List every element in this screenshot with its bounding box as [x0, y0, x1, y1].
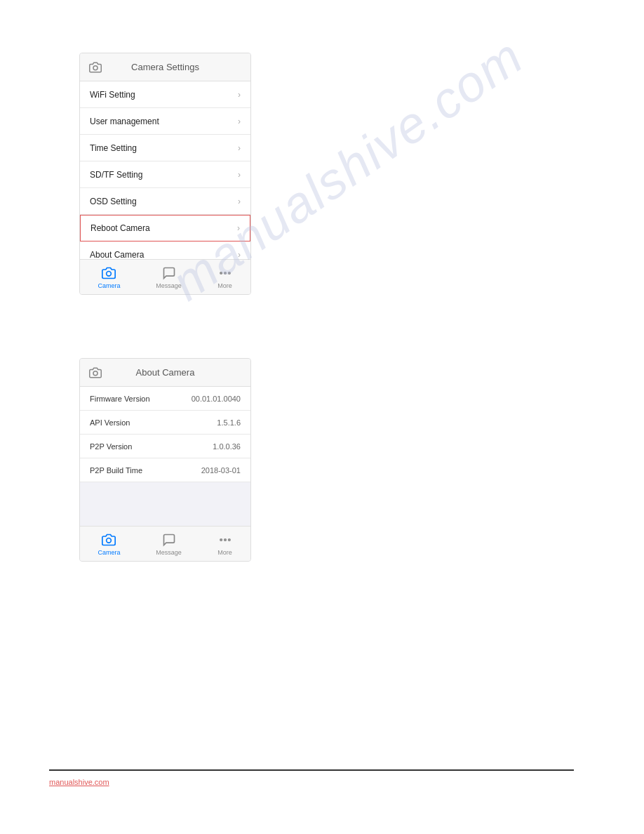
nav-message-label-bottom: Message	[156, 549, 182, 556]
nav-camera-label-bottom: Camera	[98, 549, 120, 556]
firmware-version-row: Firmware Version 00.01.01.0040	[80, 387, 250, 411]
about-rows: Firmware Version 00.01.01.0040 API Versi…	[80, 387, 250, 482]
time-setting-item[interactable]: Time Setting ›	[80, 135, 250, 161]
api-version-row: API Version 1.5.1.6	[80, 411, 250, 435]
nav-camera-bottom[interactable]: Camera	[98, 532, 120, 556]
nav-more-label-top: More	[217, 282, 232, 289]
camera-nav-icon-bottom	[101, 532, 116, 548]
camera-settings-screen: Camera Settings WiFi Setting › User mana…	[79, 53, 251, 295]
user-management-item[interactable]: User management ›	[80, 108, 250, 135]
header-camera-icon-bottom	[88, 366, 102, 380]
nav-camera-top[interactable]: Camera	[98, 265, 120, 289]
more-nav-icon	[217, 265, 233, 281]
p2p-build-time-row: P2P Build Time 2018-03-01	[80, 458, 250, 482]
screen-header-bottom: About Camera	[80, 359, 250, 387]
nav-camera-label-top: Camera	[98, 282, 120, 289]
message-nav-icon	[161, 265, 177, 281]
svg-point-8	[224, 538, 226, 541]
nav-more-label-bottom: More	[217, 549, 232, 556]
svg-point-3	[224, 272, 226, 274]
chevron-icon: ›	[238, 143, 241, 153]
header-title-bottom: About Camera	[136, 367, 195, 378]
nav-message-bottom[interactable]: Message	[156, 532, 182, 556]
svg-point-5	[93, 371, 98, 375]
sd-tf-setting-item[interactable]: SD/TF Setting ›	[80, 161, 250, 188]
nav-message-top[interactable]: Message	[156, 265, 182, 289]
svg-point-9	[228, 538, 230, 541]
chevron-icon: ›	[238, 117, 241, 126]
bottom-divider	[49, 769, 574, 771]
screen-header-top: Camera Settings	[80, 53, 250, 81]
header-title-top: Camera Settings	[131, 62, 199, 72]
nav-message-label-top: Message	[156, 282, 182, 289]
svg-point-0	[93, 65, 98, 70]
about-camera-screen: About Camera Firmware Version 00.01.01.0…	[79, 358, 251, 562]
reboot-camera-item[interactable]: Reboot Camera ›	[80, 215, 250, 241]
p2p-version-row: P2P Version 1.0.0.36	[80, 435, 250, 458]
chevron-icon: ›	[238, 197, 241, 206]
more-nav-icon-bottom	[217, 532, 233, 548]
osd-setting-item[interactable]: OSD Setting ›	[80, 188, 250, 215]
bottom-nav-top: Camera Message More	[80, 259, 250, 294]
svg-point-7	[220, 538, 222, 541]
svg-point-1	[107, 271, 112, 276]
nav-more-bottom[interactable]: More	[217, 532, 233, 556]
camera-settings-menu: WiFi Setting › User management › Time Se…	[80, 81, 250, 268]
chevron-icon: ›	[238, 90, 241, 100]
header-camera-icon	[88, 60, 102, 74]
chevron-icon: ›	[238, 170, 241, 180]
svg-point-2	[220, 272, 222, 274]
camera-nav-icon	[101, 265, 116, 281]
nav-more-top[interactable]: More	[217, 265, 233, 289]
bottom-nav-bottom: Camera Message More	[80, 526, 250, 561]
svg-point-4	[228, 272, 230, 274]
chevron-icon: ›	[238, 250, 241, 260]
message-nav-icon-bottom	[161, 532, 177, 548]
wifi-setting-item[interactable]: WiFi Setting ›	[80, 81, 250, 108]
chevron-icon: ›	[237, 223, 240, 233]
bottom-link[interactable]: manualshive.com	[49, 778, 109, 786]
svg-point-6	[107, 538, 112, 543]
